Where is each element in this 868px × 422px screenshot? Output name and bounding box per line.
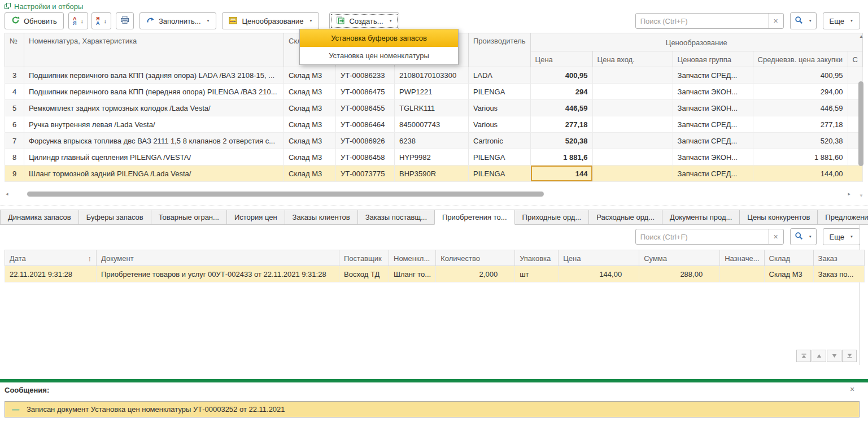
column-header-price[interactable]: Цена (559, 250, 639, 266)
cell-purpose[interactable] (720, 266, 764, 282)
cell-num[interactable]: 8 (5, 149, 24, 166)
cell-supplier[interactable]: Восход ТД (339, 266, 389, 282)
cell-price-incoming[interactable] (592, 67, 673, 84)
column-header-price-incoming[interactable]: Цена вход. (592, 51, 673, 67)
tab-9[interactable]: Расходные орд... (588, 210, 662, 225)
cell-avg-purchase-price[interactable]: 277,18 (753, 116, 848, 133)
tab-3[interactable]: Товарные огран... (151, 210, 227, 225)
tab-12[interactable]: Предложения по... (817, 210, 868, 225)
tab-7[interactable]: Приобретения то... (434, 210, 515, 225)
horizontal-scrollbar[interactable]: ◂ ▸ (5, 190, 852, 198)
cell-article[interactable]: 21080170103300 (395, 67, 469, 84)
cell-unit[interactable]: шт (515, 266, 559, 282)
search-settings-button[interactable]: ▼ (790, 12, 817, 29)
cell-manufacturer[interactable]: LADA (469, 67, 531, 84)
cell-article[interactable]: TGLRK111 (395, 100, 469, 116)
cell-price-incoming[interactable] (592, 116, 673, 133)
column-header-name[interactable]: Номенклатура, Характеристика (24, 33, 284, 67)
column-header-purpose[interactable]: Назначе... (720, 250, 764, 266)
nomenclature-row[interactable]: 6Ручка внутренняя левая /Lada Vesta/Скла… (5, 116, 863, 133)
cell-code[interactable]: УТ-00086458 (336, 149, 395, 166)
sort-ascending-button[interactable]: АЯ ↓ (68, 12, 88, 29)
tab-2[interactable]: Буферы запасов (78, 210, 151, 225)
print-button[interactable] (116, 12, 134, 29)
go-first-button[interactable] (796, 350, 811, 362)
cell-price-category[interactable]: Запчасти СРЕД... (673, 166, 753, 182)
cell-name[interactable]: Ремкомплект задних тормозных колодок /La… (24, 100, 284, 116)
search-clear-button[interactable]: × (768, 14, 783, 28)
cell-price-incoming[interactable] (592, 84, 673, 100)
cell-warehouse[interactable]: Склад М3 (284, 116, 336, 133)
cell-code[interactable]: УТ-00086233 (336, 67, 395, 84)
column-header-num[interactable]: № (5, 33, 24, 67)
cell-order[interactable]: Заказ по... (813, 266, 864, 282)
cell-price-category[interactable]: Запчасти СРЕД... (673, 133, 753, 149)
cell-price-category[interactable]: Запчасти СРЕД... (673, 116, 753, 133)
cell-avg-purchase-price[interactable]: 294,00 (753, 84, 848, 100)
cell-price[interactable]: 520,38 (530, 133, 592, 149)
pricing-button[interactable]: Ценообразование ▼ (222, 12, 319, 29)
cell-price-incoming[interactable] (592, 133, 673, 149)
cell-name[interactable]: Подшипник первичного вала КПП (задняя оп… (24, 67, 284, 84)
go-next-button[interactable] (827, 350, 841, 362)
column-group-pricing[interactable]: Ценообразование (530, 33, 862, 51)
column-header-unit[interactable]: Упаковка (515, 250, 559, 266)
cell-code[interactable]: УТ-00073775 (336, 166, 395, 182)
cell-manufacturer[interactable]: PILENGA (469, 166, 531, 182)
message-item[interactable]: — Записан документ Установка цен номенкл… (5, 401, 860, 417)
menu-item-2[interactable]: Установка цен номенклатуры (300, 47, 458, 64)
cell-price[interactable]: 144,00 (559, 266, 639, 282)
vertical-scrollbar-thumb[interactable] (858, 81, 863, 166)
cell-manufacturer[interactable]: Various (469, 116, 531, 133)
cell-article[interactable]: HYP9982 (395, 149, 469, 166)
vertical-scrollbar[interactable]: ▲ ▼ (856, 33, 866, 198)
cell-sum[interactable]: 288,00 (639, 266, 720, 282)
cell-document[interactable]: Приобретение товаров и услуг 00УТ-002433… (97, 266, 339, 282)
go-previous-button[interactable] (812, 350, 826, 362)
cell-price-category[interactable]: Запчасти ЭКОН... (673, 149, 753, 166)
cell-warehouse[interactable]: Склад М3 (284, 100, 336, 116)
column-header-avg-purchase-price[interactable]: Средневзв. цена закупки (753, 51, 848, 67)
cell-price-category[interactable]: Запчасти ЭКОН... (673, 84, 753, 100)
cell-manufacturer[interactable]: PILENGA (469, 149, 531, 166)
cell-code[interactable]: УТ-00086455 (336, 100, 395, 116)
cell-price-category[interactable]: Запчасти СРЕД... (673, 67, 753, 84)
cell-code[interactable]: УТ-00086464 (336, 116, 395, 133)
cell-avg-purchase-price[interactable]: 520,38 (753, 133, 848, 149)
cell-price-incoming[interactable] (592, 100, 673, 116)
tab-8[interactable]: Приходные орд... (514, 210, 590, 225)
column-header-supplier[interactable]: Поставщик (339, 250, 389, 266)
cell-article[interactable]: 6238 (395, 133, 469, 149)
scroll-down-icon[interactable]: ▼ (859, 193, 863, 198)
cell-num[interactable]: 6 (5, 116, 24, 133)
purchase-row[interactable]: 22.11.2021 9:31:28Приобретение товаров и… (5, 266, 865, 282)
cell-name[interactable]: Форсунка впрыска топлива двс ВАЗ 2111 1,… (24, 133, 284, 149)
more-button[interactable]: Еще ▼ (823, 12, 860, 29)
cell-article[interactable]: BHP3590R (395, 166, 469, 182)
tab-4[interactable]: История цен (226, 210, 285, 225)
nomenclature-row[interactable]: 9Шланг тормозной задний PILENGA /Lada Ve… (5, 166, 863, 182)
cell-price-incoming[interactable] (592, 166, 673, 182)
nomenclature-row[interactable]: 5Ремкомплект задних тормозных колодок /L… (5, 100, 863, 116)
cell-warehouse[interactable]: Склад М3 (764, 266, 813, 282)
nomenclature-row[interactable]: 8Цилиндр главный сцепления PILENGA /VEST… (5, 149, 863, 166)
refresh-button[interactable]: Обновить (5, 12, 64, 29)
nomenclature-row[interactable]: 7Форсунка впрыска топлива двс ВАЗ 2111 1… (5, 133, 863, 149)
cell-price[interactable]: 144 (530, 166, 592, 182)
cell-quantity[interactable]: 2,000 (436, 266, 515, 282)
cell-avg-purchase-price[interactable]: 400,95 (753, 67, 848, 84)
column-header-manufacturer[interactable]: Производитель (469, 33, 531, 67)
column-header-price[interactable]: Цена (530, 51, 592, 67)
cell-price[interactable]: 277,18 (530, 116, 592, 133)
cell-name[interactable]: Цилиндр главный сцепления PILENGA /VESTA… (24, 149, 284, 166)
sort-descending-button[interactable]: ЯА ↓ (91, 12, 111, 29)
cell-manufacturer[interactable]: PILENGA (469, 84, 531, 100)
cell-avg-purchase-price[interactable]: 144,00 (753, 166, 848, 182)
column-header-date[interactable]: Дата ↑ (5, 250, 97, 266)
tab-10[interactable]: Документы прод... (662, 210, 740, 225)
nomenclature-row[interactable]: 3Подшипник первичного вала КПП (задняя о… (5, 67, 863, 84)
cell-price[interactable]: 1 881,6 (530, 149, 592, 166)
column-header-warehouse[interactable]: Склад (764, 250, 813, 266)
scroll-right-icon[interactable]: ▸ (848, 191, 850, 197)
cell-warehouse[interactable]: Склад М3 (284, 67, 336, 84)
